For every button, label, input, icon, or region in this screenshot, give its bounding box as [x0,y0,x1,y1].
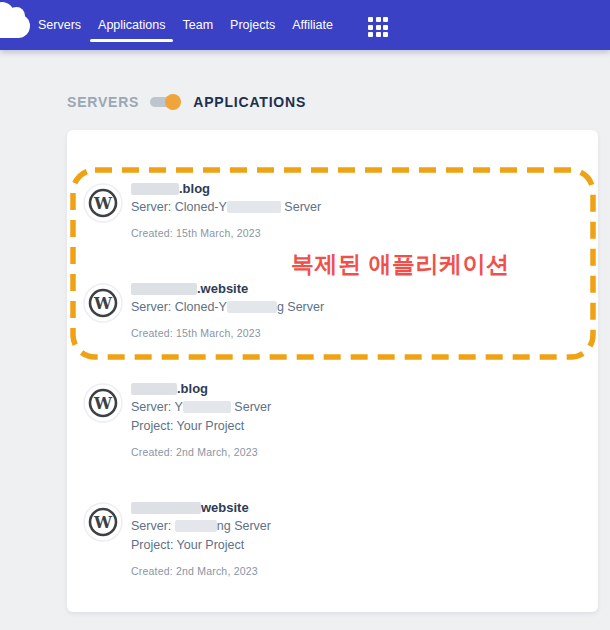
application-server: Server: Cloned-Yg Server [131,298,324,317]
redacted-text [131,383,177,395]
server-text-after: g Server [277,300,324,314]
server-text-after: Server [281,200,321,214]
nav-item-servers[interactable]: Servers [38,18,81,32]
application-row[interactable]: W.blogServer: Cloned-Y ServerCreated: 15… [83,180,580,240]
application-created: Created: 2nd March, 2023 [131,565,271,578]
view-toggle-switch[interactable] [150,97,179,107]
application-name: .website [131,280,324,298]
application-server: Server: Cloned-Y Server [131,198,321,217]
svg-text:W: W [93,394,113,413]
server-text-before: Server: Cloned-Y [131,200,227,214]
application-name-visible: .blog [179,181,210,196]
grid-dot [376,17,381,22]
servers-toggle-label[interactable]: SERVERS [67,94,139,110]
application-created: Created: 15th March, 2023 [131,227,321,240]
grid-dot [368,17,373,22]
redacted-text [131,183,179,195]
application-name-visible: .website [197,281,248,296]
application-row[interactable]: W.blogServer: Y ServerProject: Your Proj… [83,380,580,459]
nav-item-applications[interactable]: Applications [98,18,165,32]
server-text-before: Server: [131,519,175,533]
grid-dot [383,25,388,30]
application-info: .blogServer: Y ServerProject: Your Proje… [131,380,271,459]
servers-applications-toggle-row: SERVERS APPLICATIONS [67,91,306,113]
top-navbar: ServersApplicationsTeamProjectsAffiliate [0,0,610,50]
svg-text:W: W [93,513,113,532]
wordpress-icon: W [83,502,123,542]
application-created: Created: 2nd March, 2023 [131,446,271,459]
wordpress-icon: W [83,183,123,223]
application-row[interactable]: WwebsiteServer: ng ServerProject: Your P… [83,499,580,578]
application-name: .blog [131,180,321,198]
redacted-text [227,301,277,313]
grid-dot [368,32,373,37]
application-project: Project: Your Project [131,417,271,436]
server-text-after: Server [231,400,271,414]
redacted-text [227,201,281,213]
application-name-visible: website [201,500,249,515]
grid-dot [376,32,381,37]
grid-apps-icon[interactable] [368,17,388,37]
nav-item-projects[interactable]: Projects [230,18,275,32]
applications-list-card: W.blogServer: Cloned-Y ServerCreated: 15… [67,130,598,612]
main-nav: ServersApplicationsTeamProjectsAffiliate [38,18,333,32]
application-info: websiteServer: ng ServerProject: Your Pr… [131,499,271,578]
redacted-text [175,520,217,532]
toggle-knob [165,94,181,110]
svg-text:W: W [93,194,113,213]
nav-item-team[interactable]: Team [182,18,213,32]
applications-toggle-label[interactable]: APPLICATIONS [193,94,306,110]
redacted-text [183,401,231,413]
nav-item-affiliate[interactable]: Affiliate [292,18,333,32]
svg-text:W: W [93,294,113,313]
applications-list: W.blogServer: Cloned-Y ServerCreated: 15… [83,180,580,578]
application-info: .blogServer: Cloned-Y ServerCreated: 15t… [131,180,321,240]
application-created: Created: 15th March, 2023 [131,327,324,340]
wordpress-icon: W [83,283,123,323]
server-text-before: Server: Cloned-Y [131,300,227,314]
redacted-text [131,502,201,514]
grid-dot [368,25,373,30]
application-name: website [131,499,271,517]
application-info: .websiteServer: Cloned-Yg ServerCreated:… [131,280,324,340]
grid-dot [383,32,388,37]
wordpress-icon: W [83,383,123,423]
grid-dot [383,17,388,22]
application-server: Server: ng Server [131,517,271,536]
server-text-before: Server: Y [131,400,183,414]
application-project: Project: Your Project [131,536,271,555]
grid-dot [376,25,381,30]
application-name: .blog [131,380,271,398]
application-row[interactable]: W.websiteServer: Cloned-Yg ServerCreated… [83,280,580,340]
server-text-after: ng Server [217,519,271,533]
application-name-visible: .blog [177,381,208,396]
application-server: Server: Y Server [131,398,271,417]
redacted-text [131,283,197,295]
annotation-text: 복제된 애플리케이션 [291,249,509,280]
cloud-logo[interactable] [0,14,30,38]
